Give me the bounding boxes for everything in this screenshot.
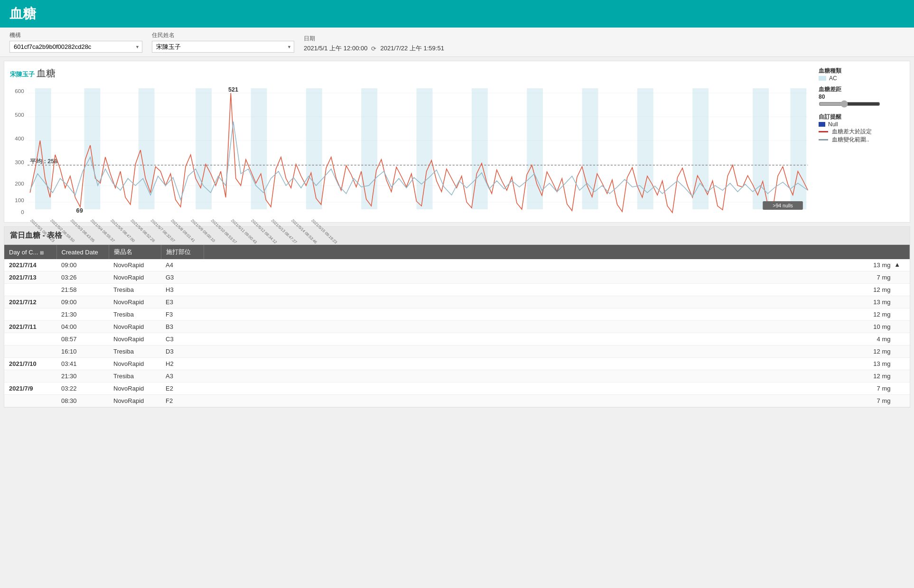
diff-value: 80 [819, 93, 825, 100]
table-row: 21:30TresibaF312 mg [4, 308, 910, 321]
cell-drug: NovoRapid [109, 383, 161, 395]
legend-ac-label: AC [829, 75, 837, 82]
diff-slider-container: 80 [819, 93, 904, 100]
cell-site: E3 [161, 296, 204, 308]
svg-text:300: 300 [15, 159, 24, 165]
svg-text:69: 69 [76, 207, 83, 214]
col-created-date[interactable]: Created Date [56, 245, 109, 259]
legend-ac-item: AC [819, 75, 904, 82]
svg-text:500: 500 [15, 112, 24, 118]
cell-site: E2 [161, 383, 204, 395]
legend-high-color [819, 131, 828, 132]
resident-select[interactable]: 宋陳玉子 [152, 41, 294, 53]
filter-bar: 機構 601cf7ca2b9b0f00282cd28c 住民姓名 宋陳玉子 日期… [0, 28, 914, 57]
cell-dose: 7 mg [204, 395, 910, 407]
cell-time: 09:00 [56, 259, 109, 271]
diff-slider[interactable] [819, 100, 880, 108]
svg-rect-14 [84, 88, 101, 209]
legend-high-label: 血糖差大於設定 [832, 128, 872, 136]
svg-text:400: 400 [15, 136, 24, 141]
legend-null-item: Null [819, 121, 904, 128]
legend-range-label: 血糖變化範圍.. [832, 136, 869, 144]
table-row: 2021/7/1409:00NovoRapidA413 mg [4, 259, 910, 271]
cell-time: 04:00 [56, 321, 109, 333]
cell-date [4, 284, 56, 296]
cell-site: C3 [161, 333, 204, 345]
cell-drug: Tresiba [109, 308, 161, 321]
cell-time: 16:10 [56, 345, 109, 358]
cell-dose: 13 mg [204, 358, 910, 370]
cell-dose: 13 mg [204, 296, 910, 308]
table-header-row: Day of C... ⊞ Created Date 藥品名 施打部位 [4, 245, 910, 259]
table-row: 2021/7/1003:41NovoRapidH213 mg [4, 358, 910, 370]
legend-range-item: 血糖變化範圍.. [819, 136, 904, 144]
cell-time: 21:58 [56, 284, 109, 296]
resident-filter: 住民姓名 宋陳玉子 [152, 31, 294, 53]
table-row: 2021/7/903:22NovoRapidE27 mg [4, 383, 910, 395]
cell-site: D3 [161, 345, 204, 358]
resident-label: 住民姓名 [152, 31, 294, 39]
svg-text:>94 nulls: >94 nulls [773, 203, 793, 208]
svg-text:0: 0 [21, 209, 24, 215]
cell-time: 09:00 [56, 296, 109, 308]
cell-site: A4 [161, 259, 204, 271]
svg-text:100: 100 [15, 197, 24, 203]
scroll-up-indicator[interactable]: ▲ [894, 261, 900, 268]
data-table: Day of C... ⊞ Created Date 藥品名 施打部位 2021… [4, 245, 910, 407]
legend-type-title: 血糖種類 [819, 67, 904, 75]
cell-site: H2 [161, 358, 204, 370]
col-day[interactable]: Day of C... ⊞ [4, 245, 56, 259]
cell-dose: 12 mg [204, 345, 910, 358]
sort-icon-day[interactable]: ⊞ [40, 250, 44, 255]
table-row: 21:30TresibaA312 mg [4, 370, 910, 383]
chart-title-suffix: 血糖 [37, 68, 56, 78]
col-dose [204, 245, 910, 259]
cell-drug: NovoRapid [109, 358, 161, 370]
legend-type-section: 血糖種類 AC [819, 67, 904, 82]
cell-dose: 4 mg [204, 333, 910, 345]
col-site[interactable]: 施打部位 [161, 245, 204, 259]
institution-select[interactable]: 601cf7ca2b9b0f00282cd28c [9, 41, 142, 53]
cell-drug: NovoRapid [109, 259, 161, 271]
institution-filter: 機構 601cf7ca2b9b0f00282cd28c [9, 31, 142, 53]
cell-date: 2021/7/14 [4, 259, 56, 271]
svg-rect-19 [361, 88, 377, 209]
cell-date: 2021/7/10 [4, 358, 56, 370]
svg-text:平均：258: 平均：258 [30, 158, 57, 165]
cell-drug: Tresiba [109, 370, 161, 383]
cell-date [4, 345, 56, 358]
table-row: 08:57NovoRapidC34 mg [4, 333, 910, 345]
cell-dose: 12 mg [204, 308, 910, 321]
legend-remind-title: 自訂提醒 [819, 113, 904, 121]
table-section: 當日血糖 - 表格 Day of C... ⊞ Created Date 藥品名… [4, 226, 910, 408]
cell-dose: 13 mg [204, 259, 910, 271]
cell-time: 21:30 [56, 370, 109, 383]
app-title: 血糖 [9, 5, 905, 23]
cell-dose: 7 mg [204, 271, 910, 284]
legend-high-item: 血糖差大於設定 [819, 128, 904, 136]
cell-drug: Tresiba [109, 345, 161, 358]
col-drug[interactable]: 藥品名 [109, 245, 161, 259]
cell-time: 03:26 [56, 271, 109, 284]
table-row: 21:58TresibaH312 mg [4, 284, 910, 296]
cell-date: 2021/7/12 [4, 296, 56, 308]
chart-legend: 血糖種類 AC 血糖差距 80 自訂提醒 Null [819, 67, 904, 216]
cell-site: H3 [161, 284, 204, 296]
cell-time: 21:30 [56, 308, 109, 321]
table-body: 2021/7/1409:00NovoRapidA413 mg2021/7/130… [4, 259, 910, 407]
cell-dose: 12 mg [204, 370, 910, 383]
cell-site: A3 [161, 370, 204, 383]
cell-date [4, 333, 56, 345]
cell-drug: NovoRapid [109, 333, 161, 345]
svg-rect-27 [790, 88, 806, 209]
cell-time: 08:57 [56, 333, 109, 345]
cell-site: F2 [161, 395, 204, 407]
institution-label: 機構 [9, 31, 142, 39]
cell-date: 2021/7/11 [4, 321, 56, 333]
table-row: 2021/7/1104:00NovoRapidB310 mg [4, 321, 910, 333]
svg-rect-26 [753, 88, 769, 209]
table-wrapper[interactable]: Day of C... ⊞ Created Date 藥品名 施打部位 2021… [4, 245, 910, 407]
cell-time: 03:41 [56, 358, 109, 370]
chart-title: 宋陳玉子 血糖 [10, 67, 56, 80]
svg-text:521: 521 [228, 86, 238, 93]
